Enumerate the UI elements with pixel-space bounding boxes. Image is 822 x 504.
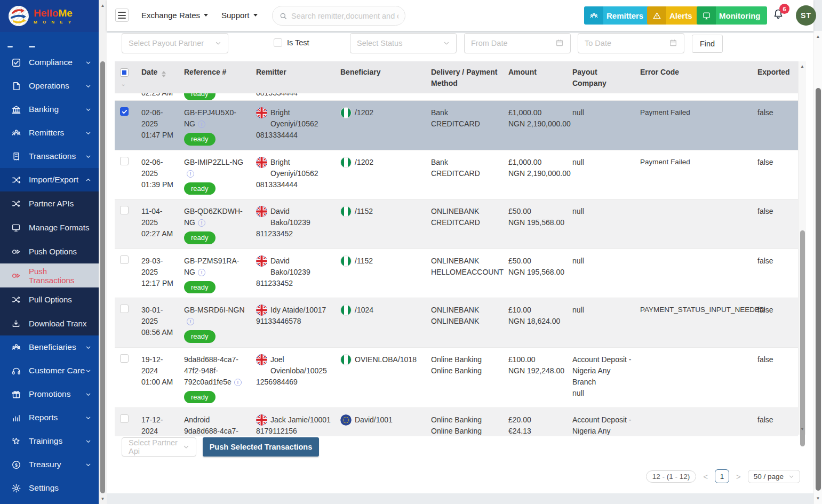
table-scrollbar-thumb[interactable] <box>800 230 805 446</box>
select-all-checkbox[interactable]: ⌄ <box>115 61 136 93</box>
sidebar-scrollbar[interactable]: ▲ ▼ <box>99 0 107 504</box>
scroll-up-icon[interactable]: ▲ <box>799 64 806 69</box>
partner-api-select[interactable]: Select Partner Api <box>122 437 196 457</box>
uk-flag-icon <box>256 414 267 426</box>
sidebar-item-beneficiaries[interactable]: Beneficiaries <box>0 335 99 359</box>
sidebar-item-remitters[interactable]: Remitters <box>0 121 99 145</box>
column-header-payout-company[interactable]: Payout Company <box>567 61 635 93</box>
table-row[interactable]: 17-12-2024 01:00 AMAndroid 9da8d688-4ca7… <box>115 408 798 436</box>
table-row[interactable]: 29-03-2025 12:17 PMGB-PZMS91RA-NG!readyD… <box>115 249 798 299</box>
pagination-prev[interactable]: < <box>703 472 708 481</box>
support-menu[interactable]: Support <box>221 11 258 20</box>
column-header-beneficiary[interactable]: Beneficiary <box>335 61 426 82</box>
sidebar-item-import-export[interactable]: Import/Export <box>0 168 99 191</box>
pagination-page-1[interactable]: 1 <box>715 469 729 483</box>
sidebar-item-promotions[interactable]: Promotions <box>0 382 99 406</box>
global-search[interactable] <box>272 6 405 26</box>
sidebar-item-push-options[interactable]: Push Options <box>0 239 99 263</box>
shuffle-icon <box>11 294 21 305</box>
to-date-input[interactable]: To Date <box>578 33 684 53</box>
scroll-down-icon[interactable]: ▼ <box>799 427 806 432</box>
monitoring-button[interactable]: Monitoring <box>697 6 767 25</box>
sidebar-item-trainings[interactable]: Trainings <box>0 429 99 453</box>
alerts-button[interactable]: Alerts <box>647 6 699 25</box>
status-badge: ready <box>184 133 216 146</box>
column-header-label: Date <box>141 68 157 76</box>
treasury-icon: $ <box>11 459 21 470</box>
notification-badge[interactable]: 6 <box>779 4 789 14</box>
sidebar-item-manage-formats[interactable]: Manage Formats <box>0 215 99 239</box>
menu-toggle-icon[interactable] <box>115 9 129 22</box>
column-header-error-code[interactable]: Error Code <box>635 61 752 82</box>
column-header-reference[interactable]: Reference # <box>179 61 251 82</box>
scroll-down-icon[interactable]: ▼ <box>99 497 107 502</box>
sidebar-item-push-transactions[interactable]: Push Transactions <box>0 263 99 287</box>
sidebar-item-partner-apis[interactable]: Partner APIs <box>0 191 99 215</box>
sidebar-item-customer-care[interactable]: Customer Care <box>0 359 99 382</box>
table-row[interactable]: 19-12-2024 01:00 AM9da8d688-4ca7-47f2-94… <box>115 348 798 409</box>
is-test-checkbox[interactable]: Is Test <box>274 38 309 47</box>
sidebar-item-transactions[interactable]: Transactions <box>0 145 99 168</box>
info-icon[interactable]: ! <box>187 170 194 178</box>
status-select[interactable]: Select Status <box>350 33 457 53</box>
sidebar-item-label: Download Tranx <box>29 319 86 328</box>
sort-icon[interactable] <box>162 71 166 77</box>
sidebar-item-download-tranx[interactable]: Download Tranx <box>0 311 99 335</box>
from-date-input[interactable]: From Date <box>464 33 571 53</box>
find-button[interactable]: Find <box>692 35 723 53</box>
sidebar-item-treasury[interactable]: $Treasury <box>0 453 99 476</box>
table-row[interactable]: 02-06-2025 01:47 PMGB-EPJ4U5X0-NG!readyB… <box>115 101 798 150</box>
select-all-checkbox-box[interactable] <box>120 68 129 77</box>
checkbox-icon[interactable] <box>274 38 282 47</box>
info-icon[interactable]: ! <box>198 219 205 227</box>
scroll-up-icon[interactable]: ▲ <box>99 3 107 9</box>
reference-text: GB-QD6ZKDWH-NG <box>184 207 243 227</box>
cell-payout-company: null <box>567 298 635 320</box>
beneficiary-name-line: /1152 <box>340 255 421 267</box>
column-header-amount[interactable]: Amount <box>503 61 567 82</box>
sidebar-scrollbar-thumb[interactable] <box>100 61 105 493</box>
exchange-rates-menu[interactable]: Exchange Rates <box>141 11 208 20</box>
app-logo[interactable]: HelloMe M O N E Y <box>0 0 99 32</box>
row-checkbox[interactable] <box>120 354 129 363</box>
info-icon[interactable]: ! <box>234 379 242 386</box>
table-row[interactable]: 02-06-2025 01:39 PMGB-IMIP2ZLL-NG!readyB… <box>115 150 798 200</box>
row-checkbox[interactable] <box>120 107 129 116</box>
page-size-select[interactable]: 50 / page <box>748 470 800 483</box>
row-checkbox[interactable] <box>120 255 129 264</box>
sidebar-item-compliance[interactable]: Compliance <box>0 51 99 74</box>
column-header-date[interactable]: Date <box>136 61 179 82</box>
scroll-up-icon[interactable]: ▲ <box>814 34 822 39</box>
payout-partner-select[interactable]: Select Payout Partner <box>122 33 228 53</box>
row-checkbox[interactable] <box>120 206 129 214</box>
page-scrollbar-thumb[interactable] <box>816 88 821 491</box>
column-header-remitter[interactable]: Remitter <box>251 61 335 82</box>
notifications-bell[interactable]: 6 <box>772 7 788 23</box>
user-avatar[interactable]: ST <box>796 5 816 26</box>
page-scrollbar[interactable]: ▲ ▼ <box>813 31 822 504</box>
sidebar-item-label: Compliance <box>29 58 73 67</box>
column-header-exported[interactable]: Exported <box>752 61 798 82</box>
sidebar-item-operations[interactable]: Operations <box>0 74 99 98</box>
sidebar-item-settings[interactable]: Settings <box>0 476 99 500</box>
table-scrollbar[interactable]: ▲ ▼ <box>798 61 806 435</box>
sidebar-item-reports[interactable]: Reports <box>0 406 99 429</box>
sidebar-item-banking[interactable]: Banking <box>0 98 99 121</box>
pagination-next[interactable]: > <box>736 472 741 481</box>
info-icon[interactable]: ! <box>198 121 205 128</box>
row-checkbox[interactable] <box>120 414 129 423</box>
sidebar-item-clipped[interactable] <box>0 32 99 51</box>
push-selected-transactions-button[interactable]: Push Selected Transactions <box>203 437 319 457</box>
info-icon[interactable]: ! <box>187 318 194 325</box>
row-checkbox[interactable] <box>120 305 129 313</box>
row-checkbox[interactable] <box>120 157 129 165</box>
remitters-button[interactable]: Remitters <box>584 6 650 25</box>
table-row[interactable]: 11-04-2025 02:27 AMGB-QD6ZKDWH-NG!readyD… <box>115 199 798 249</box>
search-input[interactable] <box>291 12 398 20</box>
sidebar-item-pull-options[interactable]: Pull Options <box>0 287 99 311</box>
info-icon[interactable]: ! <box>198 269 205 276</box>
check-icon <box>122 109 127 115</box>
table-row[interactable]: 30-01-2025 08:56 AMGB-MSRD6I-NGN!readyId… <box>115 298 798 348</box>
column-header-delivery-payment-method[interactable]: Delivery / Payment Method <box>426 61 503 93</box>
scroll-down-icon[interactable]: ▼ <box>814 496 822 501</box>
